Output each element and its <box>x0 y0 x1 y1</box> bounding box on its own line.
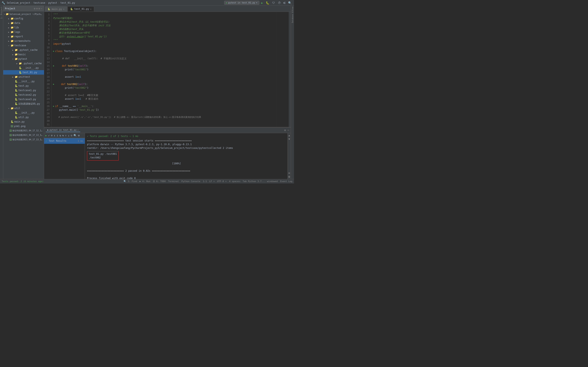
status-python-console[interactable]: Python Console <box>182 180 200 183</box>
pytest-folder-icon: 📁 <box>15 58 18 60</box>
tree-yzm-png[interactable]: ▶ 🖼 yzm1.png <box>3 124 44 128</box>
scview-label[interactable]: SCView <box>292 7 294 13</box>
tree-img1[interactable]: ▶ 🖼 验证码切图2021_04_17_12_12_30.png <box>3 128 44 133</box>
run-tests-btn[interactable]: ▶ <box>45 134 47 137</box>
minimize-icon[interactable]: − <box>41 7 42 10</box>
scroll-end-icon[interactable]: ⊞ <box>288 172 290 175</box>
tab-test01-py[interactable]: 🐍 test_01.py ✕ <box>68 6 94 12</box>
tab-test01-close[interactable]: ✕ <box>90 8 91 10</box>
prev-fail-btn[interactable]: ↑ <box>65 134 67 137</box>
coverage-button[interactable]: 🛡 <box>271 1 276 5</box>
status-terminal[interactable]: Terminal <box>168 180 179 183</box>
settings-icon[interactable]: ⚙ <box>284 129 286 132</box>
lib-arrow: ▶ <box>8 26 10 29</box>
console-output[interactable]: ✓ Tests passed: 2 of 2 tests – 1 ms ====… <box>85 133 287 179</box>
run-arrow-11[interactable]: ▶ <box>53 49 54 53</box>
breadcrumb-testcase[interactable]: testcase <box>34 1 45 4</box>
status-event-log[interactable]: Event Log <box>280 180 292 183</box>
more-btn[interactable]: ⚙ <box>78 134 80 137</box>
status-run[interactable]: ▶ 4: Run <box>140 180 150 183</box>
scroll-down-icon[interactable]: ▼ <box>288 138 290 141</box>
tree-testcase2[interactable]: ▶ 🐍 testcase2.py <box>3 92 44 97</box>
tree-unittest[interactable]: ▶ 📁 unittest <box>3 75 44 79</box>
run-config-dropdown[interactable]: ▶ pytest in test_01.py ▾ <box>224 1 259 5</box>
test01-py-label: test_01.py <box>22 71 37 74</box>
tree-lib[interactable]: ▶ 📁 lib <box>3 25 44 30</box>
status-spaces[interactable]: 4 spaces: Tab Python 3.7... windowed <box>229 180 278 183</box>
breadcrumb-file[interactable]: test_01.py <box>60 1 75 4</box>
expand-all-btn[interactable]: ⇅ <box>60 134 61 137</box>
code-content[interactable]: """ Pytest编写规则: 测试文件以test_开头（以_test结尾也可以… <box>52 12 277 127</box>
tree-report[interactable]: ▶ 📁 report <box>3 34 44 39</box>
tree-testcase[interactable]: ▾ 📁 testcase <box>3 43 44 48</box>
run-arrow-15[interactable]: ▶ <box>53 64 54 68</box>
tree-pytest-cache2[interactable]: ▶ 📁 .pytest_cache <box>3 61 44 66</box>
tree-test01-py[interactable]: ▶ 🐍 test_01.py <box>3 70 44 75</box>
collapse-all-btn[interactable]: ⇆ <box>62 134 64 137</box>
sort-tests-btn[interactable]: ↕ <box>54 134 55 137</box>
bottom-tab-run[interactable]: ▶ pytest in test_01.py ✕ <box>46 128 80 132</box>
tree-testcase3[interactable]: ▶ 🐍 testcase3.py <box>3 97 44 101</box>
filter-icon[interactable]: ≡ <box>36 7 38 10</box>
run-arrow-20[interactable]: ▶ <box>53 82 54 86</box>
tree-pytest-folder[interactable]: ▾ 📁 pytest <box>3 57 44 61</box>
tree-test-py[interactable]: ▶ 🐍 test.py <box>3 83 44 88</box>
tab-main-py[interactable]: 🐍 main.py ✕ <box>45 6 67 12</box>
profile-button[interactable]: ⏱ <box>277 1 282 5</box>
tab-test01-icon: 🐍 <box>70 8 73 10</box>
tree-testcase1[interactable]: ▶ 🐍 testcase1.py <box>3 88 44 92</box>
tree-data[interactable]: ▶ 📁 data <box>3 21 44 25</box>
project-strip-label[interactable]: 1: Project <box>0 7 3 19</box>
tree-init-py[interactable]: ▶ 🐍 __init__.py <box>3 66 44 70</box>
editor-scrollbar[interactable] <box>289 12 291 127</box>
settings-icon[interactable]: ⚙ <box>39 7 40 10</box>
stop-tests-btn[interactable]: ⊘ <box>51 134 53 137</box>
status-todo[interactable]: ☰ 6: TODO <box>153 180 166 183</box>
search-tests-btn[interactable]: 🔍 <box>73 134 77 137</box>
testcase2-icon: 🐍 <box>15 93 18 96</box>
debug-button[interactable]: 🐛 <box>265 1 270 5</box>
tree-testcase-init[interactable]: ▶ 🐍 __init__.py <box>3 79 44 83</box>
tab-main-close[interactable]: ✕ <box>63 8 65 10</box>
vcs-button[interactable]: ⑆ <box>283 1 286 5</box>
status-lf[interactable]: LF ÷ <box>209 180 215 183</box>
search-everywhere-button[interactable]: 🔍 <box>287 1 292 5</box>
tree-screenshots[interactable]: ▶ 📁 screenshots <box>3 39 44 43</box>
titlebar: 🔧 Selenium_project › testcase › pytest ›… <box>0 0 294 6</box>
pytest-cache2-arrow: ▶ <box>16 62 18 65</box>
breadcrumb-project[interactable]: Selenium_project <box>7 1 30 4</box>
run-arrow-26[interactable]: ▶ <box>53 104 54 108</box>
test-result-item[interactable]: ✓ Test Results 1 ms <box>44 138 85 144</box>
next-fail-btn[interactable]: ↓ <box>68 134 70 137</box>
tree-logs[interactable]: ▶ 📁 logs <box>3 30 44 34</box>
filter-tests-btn[interactable]: ↧ <box>57 134 58 137</box>
tree-pytest-cache[interactable]: ▶ 📁 .pytest_cache <box>3 48 44 52</box>
database-label[interactable]: Database <box>292 14 294 23</box>
scroll-up-icon[interactable]: ▲ <box>288 134 290 137</box>
data-arrow: ▶ <box>8 22 10 24</box>
tree-root[interactable]: ▾ 📁 Selenium_project ~/PycharmProjects_p… <box>3 12 44 16</box>
tree-img2[interactable]: ▶ 🖼 验证码切图2021_04_17_13_33_57.png <box>3 133 44 137</box>
run-config-arrow: ▾ <box>256 1 258 4</box>
export-btn[interactable]: ⎋ <box>71 134 72 137</box>
rerun-tests-btn[interactable]: ✓ <box>48 134 50 137</box>
breadcrumb-pytest[interactable]: pytest <box>48 1 57 4</box>
run-button[interactable]: ▶ <box>260 1 264 5</box>
tree-img3[interactable]: ▶ 🖼 验证码切图2021_04_17_13_38_35.png <box>3 137 44 142</box>
clear-icon[interactable]: 🗑 <box>288 175 291 178</box>
minimize-bottom-icon[interactable]: − <box>287 129 289 132</box>
img3-icon: 🖼 <box>9 138 12 141</box>
status-encoding[interactable]: UTF-8 ÷ <box>217 180 227 183</box>
run-tab-close[interactable]: ✕ <box>77 129 79 131</box>
tree-config[interactable]: ▶ 📁 config <box>3 16 44 21</box>
tree-util-py[interactable]: ▶ 🐍 util.py <box>3 115 44 119</box>
tree-basic[interactable]: ▶ 📁 basic <box>3 52 44 57</box>
tree-util-init[interactable]: ▶ 🐍 __init__.py <box>3 110 44 115</box>
tree-captcha[interactable]: ▶ 🐍 识别易源验证码.py <box>3 101 44 106</box>
yzm-png-label: yzm1.png <box>14 125 26 128</box>
tree-main-py[interactable]: ▶ 🐍 main.py <box>3 119 44 124</box>
gear-icon[interactable]: ⚙ <box>34 7 35 10</box>
tree-util[interactable]: ▾ 📁 util <box>3 106 44 110</box>
titlebar-right: ▶ pytest in test_01.py ▾ ▶ 🐛 🛡 ⏱ ⑆ 🔍 <box>224 1 292 5</box>
status-find[interactable]: 🔍 3: Find <box>123 180 137 183</box>
